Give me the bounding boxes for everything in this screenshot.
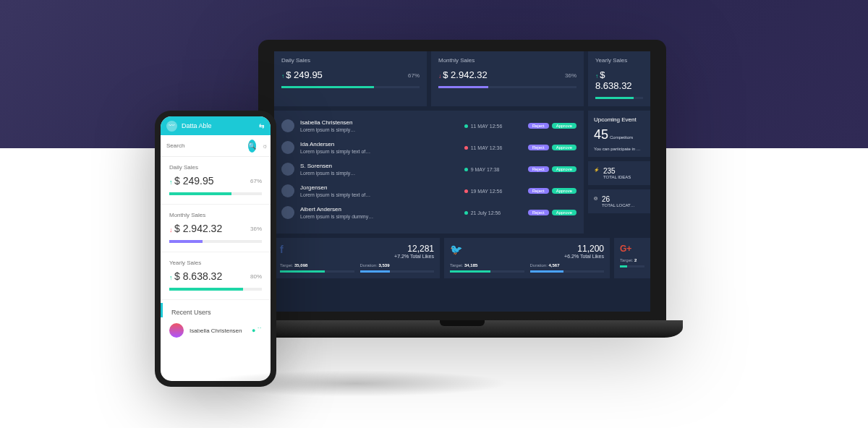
facebook-card[interactable]: f 12,281+7.2% Total Likes Target: 35,098… [274,238,440,278]
yearly-sales-card[interactable]: Yearly Sales ↑ $ 8.638.32 [588,51,650,106]
reject-button[interactable]: Reject [528,166,549,172]
card-value: $ 2.942.32 [443,69,487,80]
approve-button[interactable]: Approve [552,166,576,172]
app-header: 〰 Datta Able ⇆ [161,116,271,135]
yearly-sales-card[interactable]: Yearly Sales ↑ $ 8.638.32 80% [161,252,271,300]
lightning-icon: ⚡ [594,167,599,179]
list-item[interactable]: Albert AndersenLorem ipsum is simply dum… [274,202,584,223]
user-name: Albert Andersen [300,206,459,213]
event-note: You can participate in … [594,147,644,151]
card-label: Daily Sales [169,164,262,171]
daily-sales-card[interactable]: Daily Sales ↑ $ 249.95 67% [274,51,427,106]
card-title: Upcoming Event [594,116,644,123]
likes-count: 11,200 [564,244,604,254]
status-dot-icon: ● ˙˙ [252,327,262,334]
phone-mockup: 〰 Datta Able ⇆ 🔍 ☼ ◇▾ ⚙ Daily Sales ↑ $ … [155,111,276,387]
approve-button[interactable]: Approve [552,123,576,129]
likes-count: 12,281 [394,244,434,254]
app-logo-icon: 〰 [166,121,177,132]
status-dot-icon [464,124,468,128]
stat-value: 26 [602,195,635,203]
upcoming-event-card[interactable]: Upcoming Event 45 Competitors You can pa… [588,111,650,157]
approve-button[interactable]: Approve [552,145,576,150]
app-title: Datta Able [182,122,255,129]
user-name: Ida Andersen [300,141,459,147]
googleplus-card[interactable]: G+ Target: 2 [614,238,650,278]
arrow-down-icon: ↓ [438,73,441,80]
event-count: 45 [594,127,608,142]
target-value: 35,098 [294,263,307,268]
stat-cards-row: Daily Sales ↑ $ 249.95 67% Monthly Sales… [274,51,650,106]
phone-screen: 〰 Datta Able ⇆ 🔍 ☼ ◇▾ ⚙ Daily Sales ↑ $ … [161,116,271,381]
monthly-sales-card[interactable]: Monthly Sales ↓ $ 2.942.32 36% [161,205,271,252]
search-button[interactable]: 🔍 [248,140,256,153]
date: 21 July 12:56 [471,210,501,215]
avatar [281,206,294,219]
avatar [281,163,294,176]
date: 11 MAY 12:56 [471,124,503,129]
duration-value: 4,567 [549,263,560,268]
progress-bar [169,288,262,291]
menu-icon[interactable]: ⇆ [259,122,265,129]
status-dot-icon [464,146,468,150]
total-locations-card[interactable]: ◎ 26TOTAL LOCAT… [588,189,650,213]
notification-icon[interactable]: ☼ [262,142,268,150]
total-ideas-card[interactable]: ⚡ 235TOTAL IDEAS [588,161,650,185]
stat-label: TOTAL IDEAS [603,175,631,179]
card-label: Monthly Sales [169,212,262,218]
card-label: Monthly Sales [438,57,576,64]
date: 19 MAY 12:56 [471,189,503,194]
stat-value: 235 [603,167,631,175]
card-value: $ 249.95 [174,175,214,187]
card-label: Yearly Sales [169,260,262,266]
user-sub: Lorem ipsum is simply text of… [300,192,459,197]
laptop-mockup: Daily Sales ↑ $ 249.95 67% Monthly Sales… [242,40,683,358]
reject-button[interactable]: Reject [528,188,549,194]
recent-users-title: Recent Users [161,303,271,317]
avatar [281,141,294,154]
date: 11 MAY 12:36 [471,145,503,150]
twitter-card[interactable]: 🐦 11,200+6.2% Total Likes Target: 34,185… [444,238,610,278]
target-value: 2 [634,258,637,262]
user-name: Isabella Christensen [190,328,242,334]
list-item[interactable]: Isabella Christensen ● ˙˙ [161,317,271,343]
target-value: 34,185 [464,263,477,268]
user-name: Isabella Christensen [300,119,459,126]
progress-bar [169,192,262,195]
status-dot-icon [464,168,468,171]
avatar [281,119,294,132]
reject-button[interactable]: Reject [528,210,549,215]
card-pct: 36% [250,226,262,232]
card-value: $ 8.638.32 [174,270,222,282]
list-item[interactable]: S. SorensenLorem ipsum is simply… 9 MAY … [274,158,584,180]
facebook-icon: f [280,244,284,259]
laptop-bezel: Daily Sales ↑ $ 249.95 67% Monthly Sales… [258,40,666,325]
avatar [169,323,184,338]
laptop-screen: Daily Sales ↑ $ 249.95 67% Monthly Sales… [274,51,650,312]
search-input[interactable] [166,142,242,149]
card-label: Daily Sales [281,57,420,64]
reject-button[interactable]: Reject [528,145,549,150]
arrow-up-icon: ↑ [169,274,173,281]
monthly-sales-card[interactable]: Monthly Sales ↓ $ 2.942.32 36% [431,51,584,106]
card-pct: 80% [250,273,262,280]
twitter-icon: 🐦 [450,244,462,259]
progress-bar [281,86,420,88]
daily-sales-card[interactable]: Daily Sales ↑ $ 249.95 67% [161,157,271,205]
progress-bar [595,97,643,99]
reject-button[interactable]: Reject [528,123,549,129]
arrow-down-icon: ↓ [169,226,173,234]
list-item[interactable]: Ida AndersenLorem ipsum is simply text o… [274,137,584,158]
event-unit: Competitors [610,135,633,140]
progress-bar [438,86,576,88]
user-name: S. Sorensen [300,163,459,169]
arrow-up-icon: ↑ [169,179,173,186]
avatar [281,184,294,197]
duration-value: 3,539 [379,263,390,268]
user-sub: Lorem ipsum is simply dummy… [300,214,459,219]
approve-button[interactable]: Approve [552,188,576,194]
toolbar: 🔍 ☼ ◇▾ ⚙ [161,135,271,157]
list-item[interactable]: Isabella ChristensenLorem ipsum is simpl… [274,115,584,137]
list-item[interactable]: JorgensenLorem ipsum is simply text of… … [274,180,584,202]
approve-button[interactable]: Approve [552,210,576,215]
